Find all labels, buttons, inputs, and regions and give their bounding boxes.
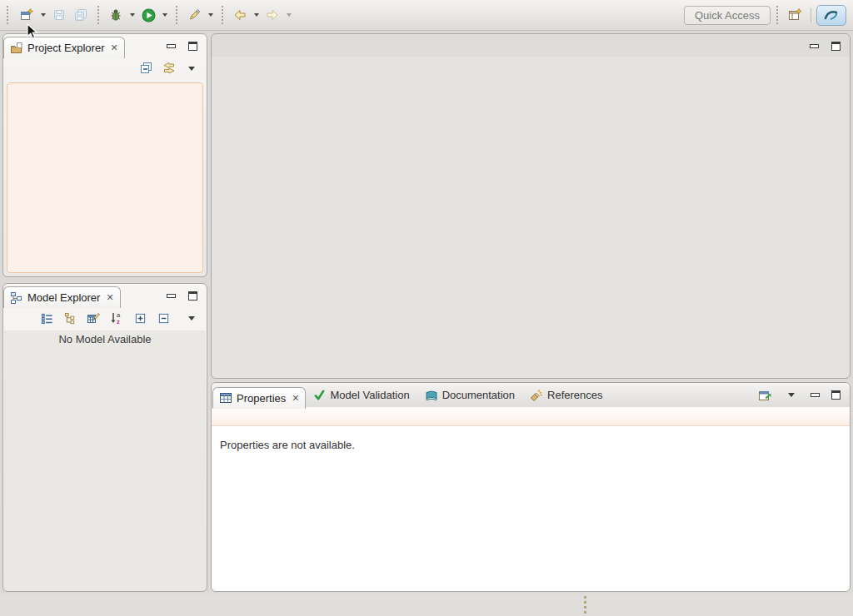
view-menu-button[interactable]	[784, 388, 799, 403]
run-button[interactable]	[137, 4, 159, 26]
maximize-icon[interactable]	[188, 291, 197, 301]
toolbar-separator	[222, 6, 223, 24]
svg-text:z: z	[117, 318, 120, 325]
close-icon[interactable]: ✕	[106, 293, 113, 302]
model-explorer-toolbar: a z	[3, 307, 207, 329]
flat-list-button[interactable]	[39, 310, 54, 325]
properties-message: Properties are not available.	[212, 426, 850, 451]
expand-all-icon	[134, 312, 147, 325]
save-all-icon	[74, 8, 87, 22]
tree-view-icon	[64, 312, 77, 325]
debug-dropdown-button[interactable]	[127, 4, 137, 26]
properties-tabbar: Properties ✕ Model Validation Documentat…	[212, 383, 850, 407]
projects-folder-icon	[10, 42, 23, 55]
project-explorer-view: Project Explorer ✕	[2, 33, 207, 277]
tab-label: Documentation	[442, 389, 515, 401]
collapse-all-button[interactable]	[156, 310, 171, 325]
tab-properties[interactable]: Properties ✕	[212, 387, 306, 409]
maximize-icon[interactable]	[831, 390, 841, 400]
maximize-icon[interactable]	[831, 42, 841, 51]
forward-dropdown-button[interactable]	[283, 4, 294, 26]
sort-alphabetically-button[interactable]: a z	[109, 310, 124, 325]
project-explorer-tabbar: Project Explorer ✕	[3, 34, 207, 57]
collapse-all-button[interactable]	[139, 61, 154, 76]
minimize-icon[interactable]	[811, 393, 820, 397]
open-new-view-icon	[758, 389, 771, 402]
status-bar	[0, 594, 853, 616]
close-icon[interactable]: ✕	[292, 394, 299, 403]
chevron-down-icon	[254, 13, 259, 17]
tab-project-explorer[interactable]: Project Explorer ✕	[3, 37, 125, 58]
properties-table-icon	[219, 391, 232, 405]
forward-icon	[266, 8, 279, 22]
back-button[interactable]	[229, 4, 251, 26]
properties-title-strip	[212, 408, 850, 426]
save-all-button[interactable]	[70, 4, 92, 26]
run-icon	[142, 8, 156, 22]
pen-icon	[187, 8, 201, 22]
editor-area	[211, 33, 851, 379]
back-dropdown-button[interactable]	[251, 4, 262, 26]
sort-alpha-icon: a z	[110, 311, 123, 325]
tab-label: Properties	[237, 392, 286, 405]
validation-check-icon	[313, 389, 326, 401]
chevron-down-icon	[287, 13, 292, 17]
validation-pen-dropdown-button[interactable]	[205, 4, 216, 26]
debug-icon	[109, 8, 122, 22]
tab-label: Model Validation	[330, 389, 409, 401]
tab-label: References	[547, 389, 602, 401]
toolbar-drag-handle[interactable]	[7, 6, 11, 24]
tab-references[interactable]: References	[522, 389, 610, 402]
tab-documentation[interactable]: Documentation	[417, 389, 522, 402]
chevron-down-icon	[162, 13, 167, 17]
toolbar-separator	[176, 6, 177, 24]
active-perspective-button[interactable]	[816, 5, 846, 26]
view-window-buttons	[167, 291, 207, 301]
view-menu-icon	[788, 393, 795, 397]
perspective-divider	[811, 7, 811, 22]
view-menu-icon	[188, 316, 195, 320]
view-menu-button[interactable]	[184, 61, 199, 76]
open-new-view-button[interactable]	[757, 388, 772, 403]
close-icon[interactable]: ✕	[110, 43, 117, 52]
view-window-buttons	[167, 42, 207, 51]
debug-button[interactable]	[105, 4, 127, 26]
minimize-icon[interactable]	[810, 44, 819, 48]
view-menu-button[interactable]	[184, 310, 199, 325]
project-explorer-toolbar	[3, 57, 207, 79]
model-explorer-message: No Model Available	[4, 330, 206, 345]
chevron-down-icon	[130, 13, 135, 17]
collapse-all-icon	[157, 312, 170, 325]
save-icon	[52, 8, 66, 22]
tab-model-validation[interactable]: Model Validation	[306, 389, 417, 401]
model-tree-icon	[10, 291, 23, 305]
open-perspective-button[interactable]	[784, 4, 806, 26]
collapse-all-icon	[140, 62, 153, 75]
tree-view-button[interactable]	[62, 310, 77, 325]
save-button[interactable]	[48, 4, 70, 26]
chevron-down-icon	[41, 13, 46, 17]
run-dropdown-button[interactable]	[159, 4, 170, 26]
maximize-icon[interactable]	[188, 42, 197, 51]
customize-view-button[interactable]	[86, 310, 101, 325]
properties-view: Properties ✕ Model Validation Documentat…	[211, 382, 851, 592]
view-menu-icon	[188, 67, 195, 71]
link-with-editor-button[interactable]	[162, 61, 177, 76]
minimize-icon[interactable]	[167, 44, 176, 48]
project-explorer-empty-area[interactable]	[7, 82, 203, 273]
validation-pen-button[interactable]	[183, 4, 205, 26]
editor-tabstrip	[212, 34, 850, 57]
expand-all-button[interactable]	[132, 310, 147, 325]
main-toolbar: Quick Access	[0, 0, 853, 31]
sash-drag-handle[interactable]	[584, 596, 586, 614]
new-button[interactable]	[16, 4, 37, 26]
quick-access-field[interactable]: Quick Access	[684, 6, 771, 25]
new-dropdown-button[interactable]	[37, 4, 48, 26]
link-with-editor-icon	[162, 62, 176, 75]
model-explorer-tabbar: Model Explorer ✕	[3, 284, 207, 307]
flat-list-icon	[41, 312, 53, 325]
tab-model-explorer[interactable]: Model Explorer ✕	[3, 286, 121, 308]
minimize-icon[interactable]	[167, 294, 176, 298]
toolbar-separator	[776, 6, 778, 24]
forward-button[interactable]	[262, 4, 283, 26]
